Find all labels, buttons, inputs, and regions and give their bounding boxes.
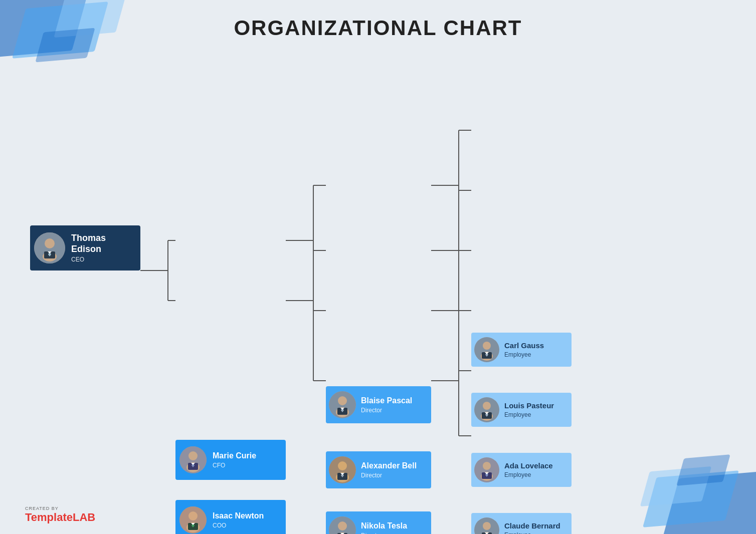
avatar-carl-gauss <box>474 337 499 362</box>
svg-point-42 <box>338 396 347 405</box>
ceo-text: Thomas Edison CEO <box>71 233 132 262</box>
node-blaise-pascal: Blaise Pascal Director <box>326 386 431 423</box>
node-carl-gauss: Carl Gauss Employee <box>471 333 572 367</box>
ceo-role: CEO <box>71 256 132 263</box>
carl-gauss-role: Employee <box>504 351 544 358</box>
ceo-column: Thomas Edison CEO <box>30 225 140 271</box>
claude-bernard-role: Employee <box>504 531 560 534</box>
page-title: ORGANIZATIONAL CHART <box>0 16 756 40</box>
brand: CREATED BY TemplateLAB <box>25 506 95 524</box>
svg-point-48 <box>338 461 347 470</box>
chart-container: Thomas Edison CEO Marie Curie CFO <box>20 55 736 494</box>
svg-point-67 <box>483 342 491 350</box>
carl-gauss-name: Carl Gauss <box>504 341 544 350</box>
nikola-tesla-text: Nikola Tesla Director <box>361 521 407 534</box>
svg-point-85 <box>483 522 491 530</box>
isaac-newton-role: COO <box>213 522 264 529</box>
node-louis-pasteur: Louis Pasteur Employee <box>471 393 572 427</box>
svg-point-24 <box>45 238 55 248</box>
blaise-pascal-text: Blaise Pascal Director <box>361 396 412 413</box>
louis-pasteur-text: Louis Pasteur Employee <box>504 401 554 418</box>
svg-point-79 <box>483 462 491 470</box>
blaise-pascal-name: Blaise Pascal <box>361 396 412 405</box>
ada-lovelace-name: Ada Lovelace <box>504 461 553 470</box>
svg-point-54 <box>338 521 347 530</box>
avatar-ada-lovelace <box>474 457 499 482</box>
nikola-tesla-name: Nikola Tesla <box>361 521 407 530</box>
marie-curie-name: Marie Curie <box>213 451 256 460</box>
carl-gauss-text: Carl Gauss Employee <box>504 341 544 358</box>
claude-bernard-text: Claude Bernard Employee <box>504 521 560 534</box>
blaise-pascal-role: Director <box>361 407 412 414</box>
avatar-ceo <box>34 232 65 263</box>
node-claude-bernard: Claude Bernard Employee <box>471 513 572 534</box>
svg-point-30 <box>188 451 198 460</box>
isaac-newton-name: Isaac Newton <box>213 511 264 520</box>
svg-point-73 <box>483 402 491 410</box>
node-ada-lovelace: Ada Lovelace Employee <box>471 453 572 487</box>
node-nikola-tesla: Nikola Tesla Director <box>326 511 431 534</box>
node-marie-curie: Marie Curie CFO <box>175 440 286 480</box>
avatar-nikola-tesla <box>329 516 356 534</box>
claude-bernard-name: Claude Bernard <box>504 521 560 530</box>
avatar-marie-curie <box>179 446 207 473</box>
ada-lovelace-text: Ada Lovelace Employee <box>504 461 553 478</box>
alexander-bell-text: Alexander Bell Director <box>361 461 417 478</box>
alexander-bell-role: Director <box>361 472 417 479</box>
brand-lab: LAB <box>73 511 95 523</box>
avatar-blaise-pascal <box>329 391 356 418</box>
avatar-isaac-newton <box>179 506 207 533</box>
svg-point-36 <box>188 511 198 520</box>
nikola-tesla-role: Director <box>361 532 407 534</box>
marie-curie-role: CFO <box>213 462 256 469</box>
ceo-name: Thomas Edison <box>71 233 132 254</box>
avatar-louis-pasteur <box>474 397 499 422</box>
isaac-newton-text: Isaac Newton COO <box>213 511 264 528</box>
marie-curie-text: Marie Curie CFO <box>213 451 256 468</box>
louis-pasteur-name: Louis Pasteur <box>504 401 554 410</box>
alexander-bell-name: Alexander Bell <box>361 461 417 470</box>
brand-name: TemplateLAB <box>25 511 95 524</box>
avatar-alexander-bell <box>329 456 356 483</box>
avatar-claude-bernard <box>474 517 499 534</box>
node-alexander-bell: Alexander Bell Director <box>326 451 431 488</box>
louis-pasteur-role: Employee <box>504 411 554 418</box>
ada-lovelace-role: Employee <box>504 471 553 478</box>
brand-template: Template <box>25 511 73 523</box>
node-isaac-newton: Isaac Newton COO <box>175 500 286 534</box>
brand-created-by: CREATED BY <box>25 506 59 511</box>
node-ceo: Thomas Edison CEO <box>30 225 140 271</box>
